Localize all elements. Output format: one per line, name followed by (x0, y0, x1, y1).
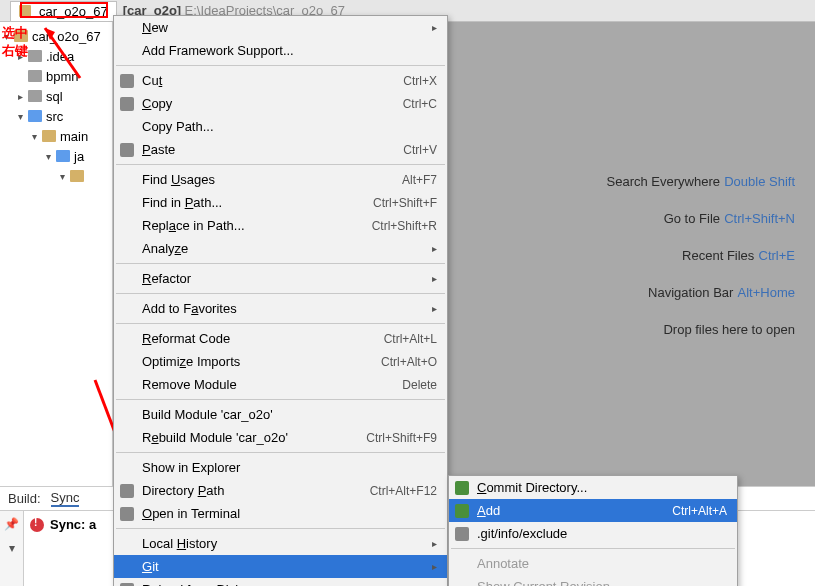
menu-separator (116, 65, 445, 66)
tree-ja[interactable]: ▾ja (0, 146, 112, 166)
hint-recent: Recent Files Ctrl+E (682, 246, 795, 263)
sync-tab[interactable]: Sync (51, 490, 80, 507)
hint-drop: Drop files here to open (663, 320, 795, 337)
menu-separator (116, 293, 445, 294)
menu-separator (116, 263, 445, 264)
folder-icon (28, 110, 42, 122)
submenu-arrow-icon: ▸ (424, 561, 437, 572)
menu-separator (116, 164, 445, 165)
chevron-down-icon: ▾ (60, 171, 70, 182)
menu-remove-module[interactable]: Remove ModuleDelete (114, 373, 447, 396)
tree-src[interactable]: ▾src (0, 106, 112, 126)
folder-icon (56, 150, 70, 162)
menu-build-module[interactable]: Build Module 'car_o2o' (114, 403, 447, 426)
folder-icon (42, 130, 56, 142)
hint-navbar: Navigation Bar Alt+Home (648, 283, 795, 300)
paste-icon (120, 143, 134, 157)
scissors-icon (120, 74, 134, 88)
menu-reload-disk[interactable]: Reload from Disk (114, 578, 447, 586)
menu-refactor[interactable]: Refactor▸ (114, 267, 447, 290)
menu-replace-in-path[interactable]: Replace in Path...Ctrl+Shift+R (114, 214, 447, 237)
menu-show-explorer[interactable]: Show in Explorer (114, 456, 447, 479)
error-icon (30, 518, 44, 532)
annotation-box-tab (20, 2, 108, 18)
submenu-arrow-icon: ▸ (424, 22, 437, 33)
menu-new[interactable]: New▸ (114, 16, 447, 39)
submenu-add[interactable]: AddCtrl+Alt+A (449, 499, 737, 522)
pin-icon[interactable]: 📌 (4, 517, 19, 531)
terminal-icon (120, 507, 134, 521)
menu-cut[interactable]: CutCtrl+X (114, 69, 447, 92)
folder-icon (70, 170, 84, 182)
submenu-git-info-exclude[interactable]: .git/info/exclude (449, 522, 737, 545)
tree-sql[interactable]: ▸sql (0, 86, 112, 106)
build-label: Build: (8, 491, 41, 506)
menu-open-terminal[interactable]: Open in Terminal (114, 502, 447, 525)
hint-search: Search Everywhere Double Shift (607, 172, 795, 189)
menu-analyze[interactable]: Analyze▸ (114, 237, 447, 260)
menu-separator (116, 323, 445, 324)
menu-optimize[interactable]: Optimize ImportsCtrl+Alt+O (114, 350, 447, 373)
add-icon (455, 504, 469, 518)
chevron-right-icon: ▸ (18, 91, 28, 102)
menu-rebuild-module[interactable]: Rebuild Module 'car_o2o'Ctrl+Shift+F9 (114, 426, 447, 449)
annotation-text: 选中右键 (2, 24, 28, 60)
menu-find-in-path[interactable]: Find in Path...Ctrl+Shift+F (114, 191, 447, 214)
chevron-down-icon: ▾ (46, 151, 56, 162)
menu-reformat[interactable]: Reformat CodeCtrl+Alt+L (114, 327, 447, 350)
menu-separator (116, 528, 445, 529)
menu-directory-path[interactable]: Directory PathCtrl+Alt+F12 (114, 479, 447, 502)
folder-icon (120, 484, 134, 498)
menu-git[interactable]: Git▸ (114, 555, 447, 578)
file-icon (455, 527, 469, 541)
context-menu: New▸ Add Framework Support... CutCtrl+X … (113, 15, 448, 586)
hint-gotofile: Go to File Ctrl+Shift+N (664, 209, 795, 226)
submenu-annotate: Annotate (449, 552, 737, 575)
submenu-show-current: Show Current Revision (449, 575, 737, 586)
chevron-down-icon[interactable]: ▾ (9, 541, 15, 555)
annotation-arrow-1 (30, 18, 90, 88)
menu-paste[interactable]: PasteCtrl+V (114, 138, 447, 161)
tree-main[interactable]: ▾main (0, 126, 112, 146)
sync-message: Sync: a (50, 517, 96, 532)
tree-sub1[interactable]: ▾ (0, 166, 112, 186)
menu-add-favorites[interactable]: Add to Favorites▸ (114, 297, 447, 320)
menu-local-history[interactable]: Local History▸ (114, 532, 447, 555)
chevron-down-icon: ▾ (32, 131, 42, 142)
submenu-arrow-icon: ▸ (424, 538, 437, 549)
menu-find-usages[interactable]: Find UsagesAlt+F7 (114, 168, 447, 191)
menu-add-framework[interactable]: Add Framework Support... (114, 39, 447, 62)
menu-separator (116, 452, 445, 453)
folder-icon (28, 90, 42, 102)
commit-icon (455, 481, 469, 495)
menu-separator (451, 548, 735, 549)
copy-icon (120, 97, 134, 111)
menu-separator (116, 399, 445, 400)
submenu-arrow-icon: ▸ (424, 243, 437, 254)
tool-column: 📌 ▾ (0, 511, 24, 586)
submenu-arrow-icon: ▸ (424, 303, 437, 314)
refresh-icon (120, 583, 134, 587)
submenu-arrow-icon: ▸ (424, 273, 437, 284)
menu-copy[interactable]: CopyCtrl+C (114, 92, 447, 115)
menu-copy-path[interactable]: Copy Path... (114, 115, 447, 138)
git-submenu: Commit Directory... AddCtrl+Alt+A .git/i… (448, 475, 738, 586)
chevron-down-icon: ▾ (18, 111, 28, 122)
submenu-commit-dir[interactable]: Commit Directory... (449, 476, 737, 499)
